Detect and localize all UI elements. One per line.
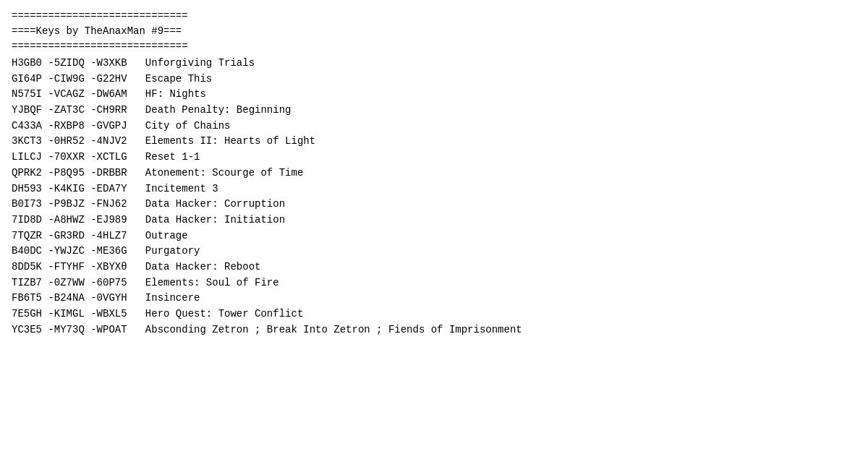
game-title: Elements: Soul of Fire	[145, 277, 279, 288]
key-codes: 8DD5K -FTYHF -XBYXθ	[12, 261, 145, 273]
table-row: C433A -RXBP8 -GVGPJ City of Chains	[12, 119, 856, 134]
header-title: ====Keys by TheAnaxMan #9===	[12, 24, 856, 39]
key-codes: DH593 -K4KIG -EDA7Y	[12, 183, 145, 194]
game-title: Data Hacker: Reboot	[145, 261, 261, 273]
game-title: Escape This	[145, 73, 212, 85]
game-title: HF: Nights	[145, 88, 206, 100]
key-codes: B0I73 -P9BJZ -FNJ62	[12, 198, 145, 210]
key-codes: C433A -RXBP8 -GVGPJ	[12, 120, 145, 132]
key-codes: N575I -VCAGZ -DW6AM	[12, 88, 145, 100]
table-row: 8DD5K -FTYHF -XBYXθ Data Hacker: Reboot	[12, 260, 856, 275]
key-codes: YJBQF -ZAT3C -CH9RR	[12, 104, 145, 116]
game-title: Insincere	[145, 292, 200, 304]
key-codes: LILCJ -70XXR -XCTLG	[12, 151, 145, 163]
table-row: B40DC -YWJZC -ME36G Purgatory	[12, 244, 856, 260]
game-title: Data Hacker: Initiation	[145, 214, 285, 226]
divider-top: =============================	[12, 9, 856, 24]
key-codes: FB6T5 -B24NA -0VGYH	[12, 292, 145, 304]
key-codes: H3GB0 -5ZIDQ -W3XKB	[12, 57, 145, 69]
key-codes: GI64P -CIW9G -G22HV	[12, 73, 145, 85]
table-row: YC3E5 -MY73Q -WPOAT Absconding Zetron ; …	[12, 322, 856, 338]
key-codes: 7TQZR -GR3RD -4HLZ7	[12, 230, 145, 241]
game-title: Data Hacker: Corruption	[145, 198, 285, 210]
table-row: QPRK2 -P8Q95 -DRBBR Atonement: Scourge o…	[12, 166, 856, 181]
key-codes: QPRK2 -P8Q95 -DRBBR	[12, 167, 145, 179]
table-row: YJBQF -ZAT3C -CH9RR Death Penalty: Begin…	[12, 103, 856, 119]
game-title: Reset 1-1	[145, 151, 200, 163]
table-row: LILCJ -70XXR -XCTLG Reset 1-1	[12, 150, 856, 166]
page-container: ============================= ====Keys b…	[12, 9, 856, 338]
key-codes: B40DC -YWJZC -ME36G	[12, 245, 145, 257]
table-row: GI64P -CIW9G -G22HV Escape This	[12, 72, 856, 87]
table-row: H3GB0 -5ZIDQ -W3XKB Unforgiving Trials	[12, 56, 856, 72]
table-row: 7E5GH -KIMGL -WBXL5 Hero Quest: Tower Co…	[12, 307, 856, 322]
game-title: City of Chains	[145, 120, 231, 132]
key-codes: 7E5GH -KIMGL -WBXL5	[12, 308, 145, 320]
key-codes: YC3E5 -MY73Q -WPOAT	[12, 324, 145, 335]
divider-bottom: =============================	[12, 39, 856, 54]
table-row: B0I73 -P9BJZ -FNJ62 Data Hacker: Corrupt…	[12, 197, 856, 213]
game-title: Outrage	[145, 230, 188, 241]
keys-list: H3GB0 -5ZIDQ -W3XKB Unforgiving TrialsGI…	[12, 56, 856, 338]
game-title: Unforgiving Trials	[145, 57, 255, 69]
table-row: 3KCT3 -0HR52 -4NJV2 Elements II: Hearts …	[12, 134, 856, 150]
game-title: Purgatory	[145, 245, 200, 257]
table-row: N575I -VCAGZ -DW6AM HF: Nights	[12, 87, 856, 103]
key-codes: 3KCT3 -0HR52 -4NJV2	[12, 135, 145, 147]
table-row: 7TQZR -GR3RD -4HLZ7 Outrage	[12, 228, 856, 244]
game-title: Elements II: Hearts of Light	[145, 135, 315, 147]
table-row: TIZB7 -0Z7WW -60P75 Elements: Soul of Fi…	[12, 275, 856, 291]
game-title: Hero Quest: Tower Conflict	[145, 308, 303, 320]
table-row: FB6T5 -B24NA -0VGYH Insincere	[12, 291, 856, 307]
game-title: Absconding Zetron ; Break Into Zetron ; …	[145, 324, 522, 335]
key-codes: TIZB7 -0Z7WW -60P75	[12, 277, 145, 288]
game-title: Incitement 3	[145, 183, 218, 194]
game-title: Atonement: Scourge of Time	[145, 167, 303, 179]
table-row: 7ID8D -A8HWZ -EJ989 Data Hacker: Initiat…	[12, 213, 856, 228]
table-row: DH593 -K4KIG -EDA7Y Incitement 3	[12, 181, 856, 197]
key-codes: 7ID8D -A8HWZ -EJ989	[12, 214, 145, 226]
game-title: Death Penalty: Beginning	[145, 104, 292, 116]
